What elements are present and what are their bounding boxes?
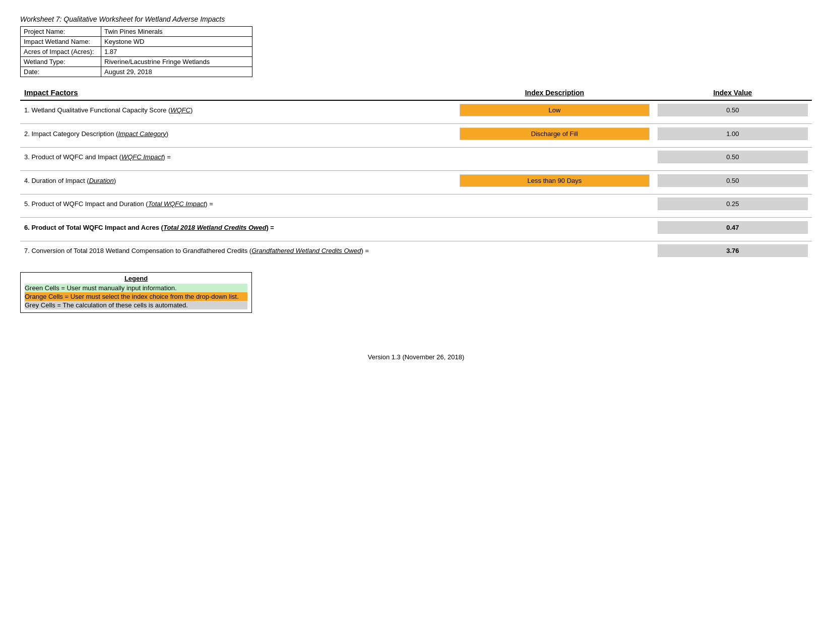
factor-cell-1: 1. Wetland Qualitative Functional Capaci… xyxy=(20,100,456,119)
wetland-name-value: Keystone WD xyxy=(101,37,252,47)
legend-box: Legend Green Cells = User must manually … xyxy=(20,272,252,313)
desc-cell-3 xyxy=(456,148,654,166)
wetland-name-label: Impact Wetland Name: xyxy=(21,37,101,47)
info-table: Project Name: Twin Pines Minerals Impact… xyxy=(20,26,252,77)
table-row: 2. Impact Category Description (Impact C… xyxy=(20,124,812,143)
impact-factors-header: Impact Factors xyxy=(20,86,456,100)
desc-cell-1: Low xyxy=(456,100,654,119)
wetland-type-label: Wetland Type: xyxy=(21,57,101,67)
factor-cell-2: 2. Impact Category Description (Impact C… xyxy=(20,124,456,143)
factor-cell-6: 6. Product of Total WQFC Impact and Acre… xyxy=(20,218,456,237)
value-cell-7: 3.76 xyxy=(654,241,812,260)
wetland-type-value: Riverine/Lacustrine Fringe Wetlands xyxy=(101,57,252,67)
value-cell-6: 0.47 xyxy=(654,218,812,237)
index-desc-header: Index Description xyxy=(456,86,654,100)
factor-cell-4: 4. Duration of Impact (Duration) xyxy=(20,171,456,190)
table-row: 6. Product of Total WQFC Impact and Acre… xyxy=(20,218,812,237)
table-row: 7. Conversion of Total 2018 Wetland Comp… xyxy=(20,241,812,260)
date-value: August 29, 2018 xyxy=(101,67,252,77)
value-cell-1: 0.50 xyxy=(654,100,812,119)
factor-cell-5: 5. Product of WQFC Impact and Duration (… xyxy=(20,195,456,213)
desc-cell-6 xyxy=(456,218,654,237)
desc-cell-7 xyxy=(456,241,654,260)
legend-green-row: Green Cells = User must manually input i… xyxy=(25,284,247,292)
value-cell-2: 1.00 xyxy=(654,124,812,143)
desc-cell-5 xyxy=(456,195,654,213)
table-row: 5. Product of WQFC Impact and Duration (… xyxy=(20,195,812,213)
value-cell-5: 0.25 xyxy=(654,195,812,213)
legend-title: Legend xyxy=(25,275,247,282)
table-row: 3. Product of WQFC and Impact (WQFC Impa… xyxy=(20,148,812,166)
index-value-header: Index Value xyxy=(654,86,812,100)
legend-container: Legend Green Cells = User must manually … xyxy=(20,272,812,313)
desc-cell-4: Less than 90 Days xyxy=(456,171,654,190)
factor-cell-3: 3. Product of WQFC and Impact (WQFC Impa… xyxy=(20,148,456,166)
legend-orange-row: Orange Cells = User must select the inde… xyxy=(25,292,247,301)
value-cell-4: 0.50 xyxy=(654,171,812,190)
project-name-label: Project Name: xyxy=(21,27,101,37)
acres-value: 1.87 xyxy=(101,47,252,57)
table-row: 1. Wetland Qualitative Functional Capaci… xyxy=(20,100,812,119)
main-table: Impact Factors Index Description Index V… xyxy=(20,86,812,264)
legend-grey-row: Grey Cells = The calculation of these ce… xyxy=(25,301,247,309)
desc-cell-2: Discharge of Fill xyxy=(456,124,654,143)
worksheet-title: Worksheet 7: Qualitative Worksheet for W… xyxy=(20,15,812,23)
date-label: Date: xyxy=(21,67,101,77)
acres-label: Acres of Impact (Acres): xyxy=(21,47,101,57)
factor-cell-7: 7. Conversion of Total 2018 Wetland Comp… xyxy=(20,241,456,260)
value-cell-3: 0.50 xyxy=(654,148,812,166)
table-row: 4. Duration of Impact (Duration)Less tha… xyxy=(20,171,812,190)
footer: Version 1.3 (November 26, 2018) xyxy=(20,353,812,361)
project-name-value: Twin Pines Minerals xyxy=(101,27,252,37)
